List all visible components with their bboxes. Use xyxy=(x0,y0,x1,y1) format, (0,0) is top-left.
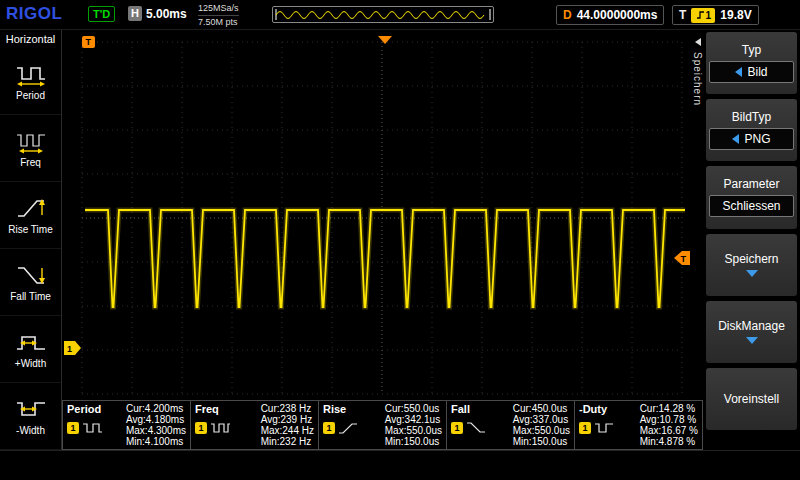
meas-min: Min:150.0us xyxy=(513,436,570,447)
sidebar-item-freq[interactable]: Freq xyxy=(0,115,61,182)
left-arrow-icon xyxy=(735,67,742,77)
plus-width-icon xyxy=(14,329,48,355)
sidebar-item-label: Fall Time xyxy=(10,291,51,302)
menu-tab-title: Speichern xyxy=(692,52,703,106)
meas-max: Max:550.0us xyxy=(385,425,442,436)
channel-badge: 1 xyxy=(323,422,335,434)
channel1-level-marker: 1 xyxy=(64,341,81,355)
svg-text:T: T xyxy=(86,37,92,47)
trigger-level-value: 19.8V xyxy=(720,8,751,22)
softkey-typ[interactable]: Typ Bild xyxy=(706,32,797,94)
measurement-bar: Period 1 Cur:4.200ms Avg:4.180ms Max:4.3… xyxy=(62,400,703,450)
meas-avg: Avg:4.180ms xyxy=(126,414,186,425)
minus-width-icon xyxy=(14,396,48,422)
rising-edge-icon xyxy=(696,10,705,20)
sidebar-item-rise-time[interactable]: Rise Time xyxy=(0,182,61,249)
meas-max: Max:4.300ms xyxy=(126,425,186,436)
sidebar-item-period[interactable]: Period xyxy=(0,48,61,115)
t-label: T xyxy=(679,8,686,22)
svg-text:T: T xyxy=(681,254,687,264)
trigger-source-badge: 1 xyxy=(691,8,715,23)
freq-icon xyxy=(14,128,48,154)
softkey-value: Schliessen xyxy=(722,199,780,213)
meas-name: -Duty xyxy=(579,403,615,415)
channel-badge: 1 xyxy=(67,422,79,434)
softkey-label: Speichern xyxy=(724,252,778,266)
down-arrow-icon xyxy=(746,337,758,344)
period-meas-icon xyxy=(81,421,103,435)
sidebar-item-label: Rise Time xyxy=(8,224,52,235)
scope-display: T 1 T xyxy=(62,30,692,400)
softkey-voreinstell[interactable]: Voreinstell xyxy=(706,368,797,430)
softkey-value: PNG xyxy=(744,132,770,146)
softkey-bildtyp[interactable]: BildTyp PNG xyxy=(706,99,797,161)
period-icon xyxy=(14,61,48,87)
softkey-value: Bild xyxy=(747,65,767,79)
down-arrow-icon xyxy=(746,270,758,277)
trigger-position-marker xyxy=(378,36,392,44)
sidebar-item-fall-time[interactable]: Fall Time xyxy=(0,249,61,316)
sample-rate: 125MSa/s xyxy=(198,3,239,16)
meas-min: Min:4.100ms xyxy=(126,436,186,447)
meas-cur: Cur:4.200ms xyxy=(126,403,186,414)
fall-time-icon xyxy=(14,262,48,288)
sidebar-item-label: Freq xyxy=(20,157,41,168)
bottom-status-bar: 1 10.0 V 2 500 V xyxy=(0,450,800,480)
softkey-label: DiskManage xyxy=(718,319,785,333)
measurement-rise: Rise 1 Cur:550.0us Avg:342.1us Max:550.0… xyxy=(318,400,447,450)
sidebar-item-label: +Width xyxy=(15,358,46,369)
typ-value-box[interactable]: Bild xyxy=(709,61,794,83)
meas-avg: Avg:337.0us xyxy=(513,414,570,425)
measurement-neg-duty: -Duty 1 Cur:14.28 % Avg:10.78 % Max:16.6… xyxy=(574,400,703,450)
meas-min: Min:4.878 % xyxy=(640,436,698,447)
timebase-value: 5.00ms xyxy=(146,7,187,21)
measurement-freq: Freq 1 Cur:238 Hz Avg:239 Hz Max:244 Hz … xyxy=(190,400,319,450)
meas-avg: Avg:10.78 % xyxy=(640,414,698,425)
bildtyp-value-box[interactable]: PNG xyxy=(709,128,794,150)
meas-name: Fall xyxy=(451,403,487,415)
sidebar-item-label: Period xyxy=(16,90,45,101)
meas-avg: Avg:239 Hz xyxy=(261,414,314,425)
meas-min: Min:150.0us xyxy=(385,436,442,447)
fall-meas-icon xyxy=(465,421,487,435)
h-chip: H xyxy=(128,6,142,21)
rise-time-icon xyxy=(14,195,48,221)
meas-min: Min:232 Hz xyxy=(261,436,314,447)
parameter-value-box[interactable]: Schliessen xyxy=(709,195,794,217)
softkey-label: Parameter xyxy=(723,177,779,191)
meas-cur: Cur:238 Hz xyxy=(261,403,314,414)
menu-collapse-tab[interactable]: Speichern xyxy=(692,30,703,400)
softkey-label: Voreinstell xyxy=(724,392,779,406)
softkey-label: Typ xyxy=(742,43,761,57)
meas-max: Max:16.67 % xyxy=(640,425,698,436)
meas-cur: Cur:550.0us xyxy=(385,403,442,414)
sidebar-item-plus-width[interactable]: +Width xyxy=(0,316,61,383)
measurement-period: Period 1 Cur:4.200ms Avg:4.180ms Max:4.3… xyxy=(62,400,191,450)
measurement-fall: Fall 1 Cur:450.0us Avg:337.0us Max:550.0… xyxy=(446,400,575,450)
waveform-glow xyxy=(85,210,685,307)
delay-readout-group[interactable]: D 44.0000000ms xyxy=(556,5,664,25)
softkey-diskmanage[interactable]: DiskManage xyxy=(706,301,797,363)
sidebar-item-label: -Width xyxy=(16,425,45,436)
left-arrow-icon xyxy=(732,134,739,144)
meas-name: Freq xyxy=(195,403,231,415)
sidebar-item-minus-width[interactable]: -Width xyxy=(0,383,61,450)
trigger-readout-group[interactable]: T 1 19.8V xyxy=(672,5,759,25)
meas-cur: Cur:450.0us xyxy=(513,403,570,414)
waveform-preview[interactable] xyxy=(272,6,494,23)
horizontal-offset-flag: T xyxy=(82,36,95,48)
d-label: D xyxy=(563,8,572,22)
horizontal-timebase-group[interactable]: H 5.00ms xyxy=(128,6,187,21)
meas-max: Max:550.0us xyxy=(513,425,570,436)
softkey-label: BildTyp xyxy=(732,110,771,124)
svg-text:1: 1 xyxy=(67,344,72,354)
meas-name: Period xyxy=(67,403,103,415)
meas-cur: Cur:14.28 % xyxy=(640,403,698,414)
trigger-source-number: 1 xyxy=(706,10,712,21)
top-status-bar: RIGOL T'D H 5.00ms 125MSa/s 7.50M pts D … xyxy=(0,0,800,30)
softkey-parameter[interactable]: Parameter Schliessen xyxy=(706,166,797,228)
channel1-waveform xyxy=(85,210,685,307)
channel-badge: 1 xyxy=(451,422,463,434)
softkey-speichern[interactable]: Speichern xyxy=(706,234,797,296)
rigol-logo: RIGOL xyxy=(6,4,62,24)
